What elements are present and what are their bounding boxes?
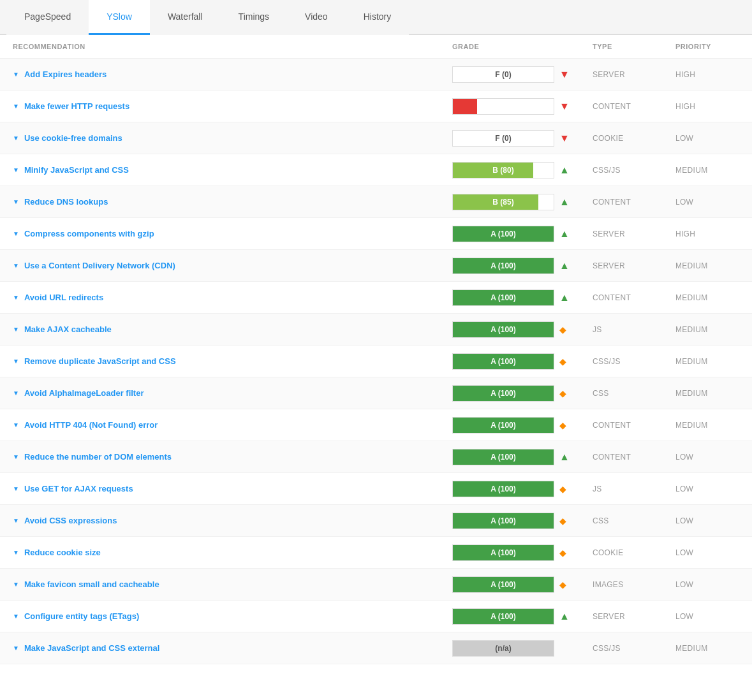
chevron-icon[interactable]: ▼ [13, 581, 19, 588]
grade-bar: A (100) [452, 481, 554, 497]
chevron-icon[interactable]: ▼ [13, 613, 19, 620]
priority-col: MEDIUM [675, 261, 739, 270]
type-col: JS [593, 325, 675, 334]
recommendation-link[interactable]: Avoid AlphaImageLoader filter [24, 388, 144, 398]
chevron-icon[interactable]: ▼ [13, 358, 19, 365]
priority-col: LOW [675, 453, 739, 462]
grade-bar: A (100) [452, 258, 554, 274]
recommendation-link[interactable]: Make favicon small and cacheable [24, 580, 159, 589]
grade-col: A (100)◆ [452, 385, 593, 402]
col-header-grade: GRADE [452, 43, 593, 50]
table-row: ▼Use cookie-free domainsF (0)▼COOKIELOW [0, 122, 752, 154]
priority-col: MEDIUM [675, 166, 739, 175]
recommendation-link[interactable]: Use GET for AJAX requests [24, 484, 133, 493]
rec-col: ▼Configure entity tags (ETags) [13, 611, 452, 621]
grade-label: A (100) [453, 226, 554, 242]
chevron-icon[interactable]: ▼ [13, 135, 19, 142]
chevron-icon[interactable]: ▼ [13, 262, 19, 269]
rec-col: ▼Avoid CSS expressions [13, 516, 452, 525]
trend-icon: ◆ [559, 580, 566, 590]
chevron-icon[interactable]: ▼ [13, 645, 19, 652]
recommendation-link[interactable]: Make fewer HTTP requests [24, 101, 129, 111]
chevron-icon[interactable]: ▼ [13, 294, 19, 301]
chevron-icon[interactable]: ▼ [13, 103, 19, 110]
grade-bar: B (85) [452, 194, 554, 210]
trend-icon: ▼ [559, 133, 570, 144]
rec-col: ▼Avoid AlphaImageLoader filter [13, 388, 452, 398]
tab-yslow[interactable]: YSlow [89, 0, 150, 35]
priority-col: LOW [675, 612, 739, 621]
chevron-icon[interactable]: ▼ [13, 326, 19, 333]
recommendation-link[interactable]: Avoid URL redirects [24, 293, 103, 302]
col-header-priority: PRIORITY [675, 43, 739, 50]
recommendation-link[interactable]: Use a Content Delivery Network (CDN) [24, 261, 175, 270]
recommendation-link[interactable]: Reduce DNS lookups [24, 197, 108, 207]
recommendation-link[interactable]: Remove duplicate JavaScript and CSS [24, 356, 176, 366]
rec-col: ▼Reduce DNS lookups [13, 197, 452, 207]
grade-bar: A (100) [452, 608, 554, 625]
grade-bar: A (100) [452, 417, 554, 434]
chevron-icon[interactable]: ▼ [13, 421, 19, 428]
tab-video[interactable]: Video [287, 0, 346, 35]
rec-col: ▼Make AJAX cacheable [13, 324, 452, 334]
grade-col: (n/a) [452, 640, 593, 657]
grade-col: B (80)▲ [452, 162, 593, 179]
chevron-icon[interactable]: ▼ [13, 230, 19, 237]
chevron-icon[interactable]: ▼ [13, 71, 19, 78]
grade-bar: A (100) [452, 385, 554, 402]
recommendation-link[interactable]: Use cookie-free domains [24, 133, 122, 143]
recommendation-link[interactable]: Avoid CSS expressions [24, 516, 117, 525]
grade-col: A (100)▲ [452, 226, 593, 242]
grade-col: A (100)◆ [452, 481, 593, 497]
type-col: CSS [593, 389, 675, 398]
recommendation-link[interactable]: Minify JavaScript and CSS [24, 165, 129, 175]
chevron-icon[interactable]: ▼ [13, 549, 19, 556]
table-body: ▼Add Expires headersF (0)▼SERVERHIGH▼Mak… [0, 59, 752, 664]
chevron-icon[interactable]: ▼ [13, 166, 19, 173]
type-col: COOKIE [593, 134, 675, 143]
grade-label: A (100) [453, 513, 554, 529]
grade-col: A (100)▲ [452, 449, 593, 465]
type-col: CSS [593, 516, 675, 525]
recommendation-link[interactable]: Configure entity tags (ETags) [24, 611, 139, 621]
chevron-icon[interactable]: ▼ [13, 390, 19, 397]
table-row: ▼Make AJAX cacheableA (100)◆JSMEDIUM [0, 314, 752, 346]
grade-bar: B (80) [452, 162, 554, 179]
table-row: ▼Avoid URL redirectsA (100)▲CONTENTMEDIU… [0, 282, 752, 314]
tab-waterfall[interactable]: Waterfall [150, 0, 221, 35]
grade-col: A (100)▲ [452, 289, 593, 306]
recommendation-link[interactable]: Make AJAX cacheable [24, 324, 112, 334]
type-col: CONTENT [593, 453, 675, 462]
recommendation-link[interactable]: Make JavaScript and CSS external [24, 643, 159, 653]
table-row: ▼Make fewer HTTP requestsF (24)▼CONTENTH… [0, 91, 752, 122]
trend-icon: ◆ [559, 516, 566, 526]
table-row: ▼Remove duplicate JavaScript and CSSA (1… [0, 346, 752, 377]
table-row: ▼Make favicon small and cacheableA (100)… [0, 569, 752, 601]
recommendation-link[interactable]: Compress components with gzip [24, 229, 154, 238]
grade-col: A (100)◆ [452, 576, 593, 593]
grade-col: A (100)◆ [452, 417, 593, 434]
tab-history[interactable]: History [346, 0, 409, 35]
chevron-icon[interactable]: ▼ [13, 517, 19, 524]
tab-pagespeed[interactable]: PageSpeed [6, 0, 89, 35]
recommendation-link[interactable]: Avoid HTTP 404 (Not Found) error [24, 420, 158, 430]
type-col: CONTENT [593, 421, 675, 430]
chevron-icon[interactable]: ▼ [13, 485, 19, 492]
priority-col: MEDIUM [675, 293, 739, 302]
grade-bar: A (100) [452, 321, 554, 338]
grade-label: A (100) [453, 290, 554, 305]
grade-bar: A (100) [452, 226, 554, 242]
grade-bar: A (100) [452, 289, 554, 306]
grade-label: A (100) [453, 609, 554, 624]
recommendation-link[interactable]: Reduce the number of DOM elements [24, 452, 172, 462]
rec-col: ▼Make favicon small and cacheable [13, 580, 452, 589]
grade-label: F (0) [453, 67, 554, 82]
type-col: CONTENT [593, 293, 675, 302]
tab-timings[interactable]: Timings [221, 0, 288, 35]
recommendation-link[interactable]: Reduce cookie size [24, 548, 101, 557]
col-header-type: TYPE [593, 43, 675, 50]
chevron-icon[interactable]: ▼ [13, 453, 19, 460]
recommendation-link[interactable]: Add Expires headers [24, 69, 107, 79]
rec-col: ▼Reduce the number of DOM elements [13, 452, 452, 462]
chevron-icon[interactable]: ▼ [13, 198, 19, 205]
